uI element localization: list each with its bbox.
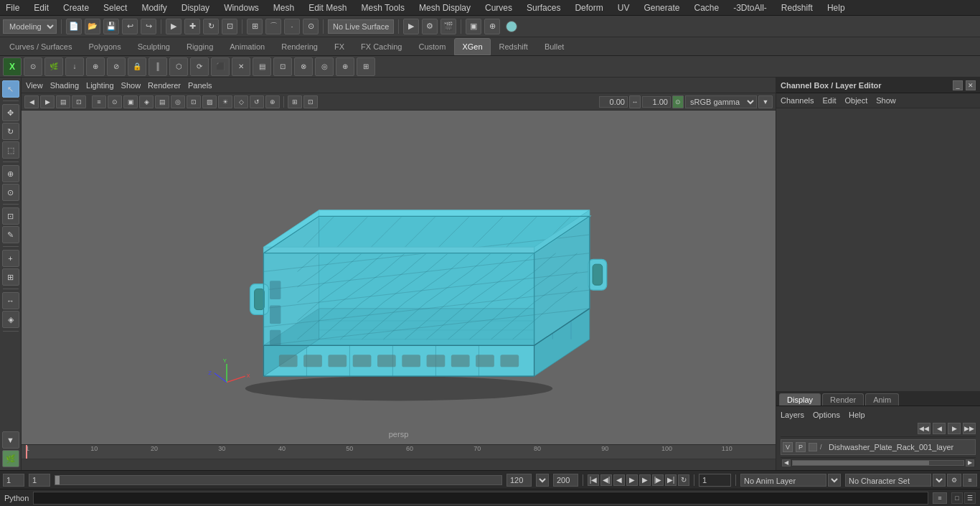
xg-btn-17[interactable]: ⊞ [357,57,375,76]
vp-menu-lighting[interactable]: Lighting [86,81,114,90]
cb-show-menu[interactable]: Show [876,96,896,105]
layers-fwd-btn[interactable]: ▶ [948,423,961,434]
vp-refresh[interactable]: ↺ [250,95,264,108]
vp-value-field[interactable] [599,96,628,108]
xg-btn-7[interactable]: ║ [149,57,167,76]
vp-shadows[interactable]: ◎ [171,95,185,108]
save-file-btn[interactable]: 💾 [103,19,119,34]
display-layer-btn[interactable]: ▣ [466,19,481,34]
play-first-btn[interactable]: |◀ [588,474,599,486]
more-tools-btn[interactable]: ▼ [2,431,19,449]
python-input[interactable] [33,492,928,505]
vp-scale-field[interactable] [642,96,671,108]
frame-display-field[interactable] [699,474,731,487]
measure-btn[interactable]: ↔ [2,292,19,309]
tab-sculpting[interactable]: Sculpting [130,38,178,55]
menu-surfaces[interactable]: Surfaces [524,3,563,13]
tab-fx[interactable]: FX [326,38,352,55]
play-prev-btn[interactable]: ◀ [613,474,625,486]
tab-redshift[interactable]: Redshift [491,38,536,55]
char-set-btn2[interactable]: ⚙ [947,474,961,487]
tab-render[interactable]: Render [822,393,864,406]
python-menu-btn[interactable]: ≡ [933,492,947,504]
xg-btn-12[interactable]: ▤ [253,57,271,76]
menu-deform[interactable]: Deform [572,3,606,13]
move-tool-btn-left[interactable]: ✥ [2,104,19,121]
vp-cam-bookmark[interactable]: ⊡ [72,95,86,108]
vp-cam-list[interactable]: ▤ [56,95,70,108]
xgen-icon-btn[interactable]: 🌿 [2,450,19,467]
undo-btn[interactable]: ↩ [122,19,138,34]
cb-close-btn[interactable]: ✕ [966,80,976,90]
vp-hud[interactable]: ⊞ [288,95,302,108]
menu-uv[interactable]: UV [615,3,633,13]
tab-fx-caching[interactable]: FX Caching [353,38,410,55]
xg-btn-8[interactable]: ⬡ [169,57,188,76]
layers-prev-btn[interactable]: ◀◀ [918,423,930,434]
xg-btn-13[interactable]: ⊡ [273,57,292,76]
play-next-btn[interactable]: ▶ [639,474,651,486]
anim-end-field[interactable] [553,474,578,487]
vp-ao[interactable]: ⊡ [187,95,201,108]
snap-curve-btn[interactable]: ⌒ [265,19,281,34]
render-btn[interactable]: ▶ [403,19,419,34]
tab-custom[interactable]: Custom [411,38,454,55]
vp-shading[interactable]: ▨ [202,95,217,108]
sculpt-btn[interactable]: ⊡ [2,207,19,225]
move-tool-btn[interactable]: ✚ [184,19,200,34]
layers-options-item[interactable]: Options [813,411,840,419]
no-character-set-dropdown[interactable]: No Character Set [845,474,931,487]
vp-guide[interactable]: ⊡ [303,95,318,108]
vp-cam-prev[interactable]: ◀ [24,95,39,108]
redo-btn[interactable]: ↪ [141,19,156,34]
lasso-tool-btn[interactable]: ⊕ [2,165,19,182]
joint-btn[interactable]: ◈ [2,311,19,328]
tab-curves-surfaces[interactable]: Curves / Surfaces [1,38,80,55]
char-set-arrow[interactable]: ▼ [933,474,946,487]
menu-help[interactable]: Help [824,3,848,13]
tab-polygons[interactable]: Polygons [80,38,128,55]
menu-edit-mesh[interactable]: Edit Mesh [306,3,349,13]
select-tool-btn-left[interactable]: ↖ [2,80,19,98]
vp-isolate[interactable]: ⊙ [108,95,122,108]
menu-display[interactable]: Display [179,3,212,13]
cb-edit-menu[interactable]: Edit [822,96,836,105]
vp-more[interactable]: ⊕ [265,95,280,108]
scale-tool-btn[interactable]: ⊡ [222,19,237,34]
vp-render-mode[interactable]: ⊙ [672,95,684,108]
layers-back-btn[interactable]: ◀ [933,423,946,434]
vp-xray[interactable]: ◇ [234,95,248,108]
vp-frame-icon[interactable]: ↔ [629,95,641,108]
vp-menu-show[interactable]: Show [121,81,141,90]
play-last-btn[interactable]: ▶| [665,474,677,486]
menu-curves[interactable]: Curves [482,3,515,13]
render-settings-btn[interactable]: ⚙ [422,19,438,34]
tab-bullet[interactable]: Bullet [537,38,573,55]
status-icon-2[interactable]: ☰ [964,492,976,504]
xg-btn-14[interactable]: ⊗ [294,57,313,76]
no-anim-layer-dropdown[interactable]: No Anim Layer [740,474,826,487]
xform-btn[interactable]: ⊕ [484,19,500,34]
select-tool-btn[interactable]: ▶ [166,19,182,34]
rotate-tool-btn[interactable]: ↻ [203,19,219,34]
menu-redshift[interactable]: Redshift [778,3,816,13]
tab-xgen[interactable]: XGen [454,38,490,55]
xg-btn-0[interactable]: X [3,57,22,76]
vp-lighting-mode[interactable]: ☀ [218,95,232,108]
xg-btn-5[interactable]: ⊘ [107,57,126,76]
soft-select-btn[interactable]: ⊙ [2,184,19,201]
xg-btn-4[interactable]: ⊕ [86,57,105,76]
live-surface-btn[interactable]: No Live Surface [328,19,394,34]
vp-menu-panels[interactable]: Panels [188,81,212,90]
open-file-btn[interactable]: 📂 [85,19,100,34]
vp-menu-renderer[interactable]: Renderer [148,81,181,90]
scale-tool-btn-left[interactable]: ⬚ [2,141,19,159]
current-frame-field[interactable] [3,474,24,487]
cb-object-menu[interactable]: Object [844,96,867,105]
tab-animation[interactable]: Animation [222,38,273,55]
menu-mesh-tools[interactable]: Mesh Tools [359,3,407,13]
vp-display-type[interactable]: ▤ [155,95,169,108]
menu-mesh[interactable]: Mesh [270,3,297,13]
snap-point-btn[interactable]: · [284,19,300,34]
xg-btn-2[interactable]: 🌿 [44,57,63,76]
